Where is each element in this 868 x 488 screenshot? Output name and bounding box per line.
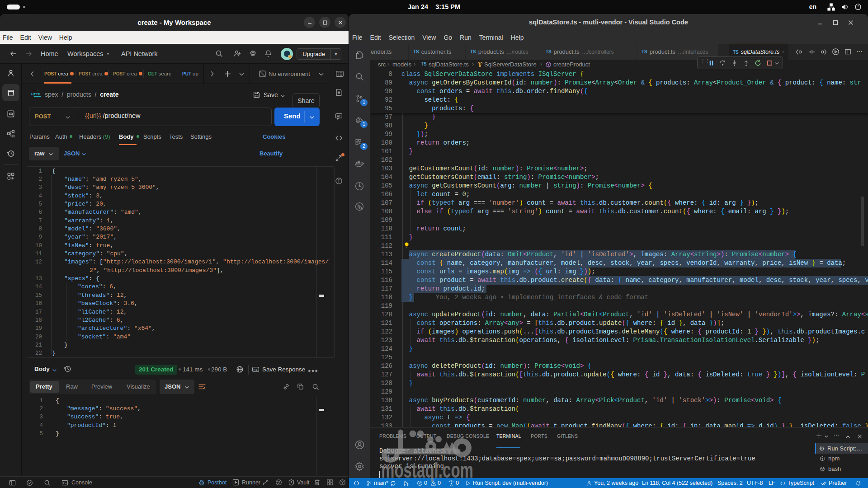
- svg-text:HTTP: HTTP: [31, 92, 41, 96]
- svg-text:e.g.: e.g.: [253, 368, 258, 371]
